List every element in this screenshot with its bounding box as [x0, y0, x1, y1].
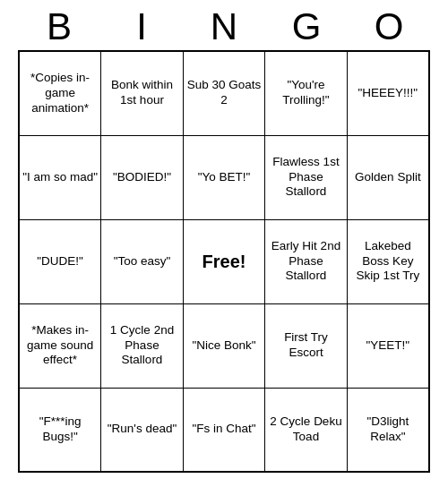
cell-r3-c0[interactable]: *Makes in-game sound effect*	[19, 303, 101, 388]
letter-b: B	[18, 5, 100, 48]
cell-r2-c2[interactable]: Free!	[183, 219, 264, 303]
cell-r2-c3[interactable]: Early Hit 2nd Phase Stallord	[265, 219, 347, 303]
letter-o: O	[348, 5, 430, 48]
cell-r4-c3[interactable]: 2 Cycle Deku Toad	[265, 388, 347, 472]
letter-g: G	[265, 5, 348, 48]
cell-r1-c0[interactable]: "I am so mad"	[19, 135, 101, 219]
cell-r0-c1[interactable]: Bonk within 1st hour	[101, 51, 184, 135]
cell-r1-c3[interactable]: Flawless 1st Phase Stallord	[265, 135, 347, 219]
letter-n: N	[183, 5, 265, 48]
letter-i: I	[100, 5, 183, 48]
bingo-title-row: B I N G O	[18, 0, 430, 50]
cell-r0-c2[interactable]: Sub 30 Goats 2	[183, 51, 264, 135]
cell-r2-c1[interactable]: "Too easy"	[101, 219, 184, 303]
bingo-grid: *Copies in-game animation*Bonk within 1s…	[18, 50, 430, 473]
cell-r3-c1[interactable]: 1 Cycle 2nd Phase Stallord	[101, 303, 184, 388]
cell-r0-c0[interactable]: *Copies in-game animation*	[19, 51, 101, 135]
cell-r4-c0[interactable]: "F***ing Bugs!"	[19, 388, 101, 472]
cell-r1-c4[interactable]: Golden Split	[347, 135, 429, 219]
cell-r0-c4[interactable]: "HEEEY!!!"	[347, 51, 429, 135]
cell-r1-c2[interactable]: "Yo BET!"	[183, 135, 264, 219]
cell-r3-c4[interactable]: "YEET!"	[347, 303, 429, 388]
cell-r2-c0[interactable]: "DUDE!"	[19, 219, 101, 303]
cell-r2-c4[interactable]: Lakebed Boss Key Skip 1st Try	[347, 219, 429, 303]
cell-r4-c2[interactable]: "Fs in Chat"	[183, 388, 264, 472]
cell-r3-c2[interactable]: "Nice Bonk"	[183, 303, 264, 388]
cell-r1-c1[interactable]: "BODIED!"	[101, 135, 184, 219]
cell-r3-c3[interactable]: First Try Escort	[265, 303, 347, 388]
cell-r4-c4[interactable]: "D3light Relax"	[347, 388, 429, 472]
cell-r0-c3[interactable]: "You're Trolling!"	[265, 51, 347, 135]
cell-r4-c1[interactable]: "Run's dead"	[101, 388, 184, 472]
